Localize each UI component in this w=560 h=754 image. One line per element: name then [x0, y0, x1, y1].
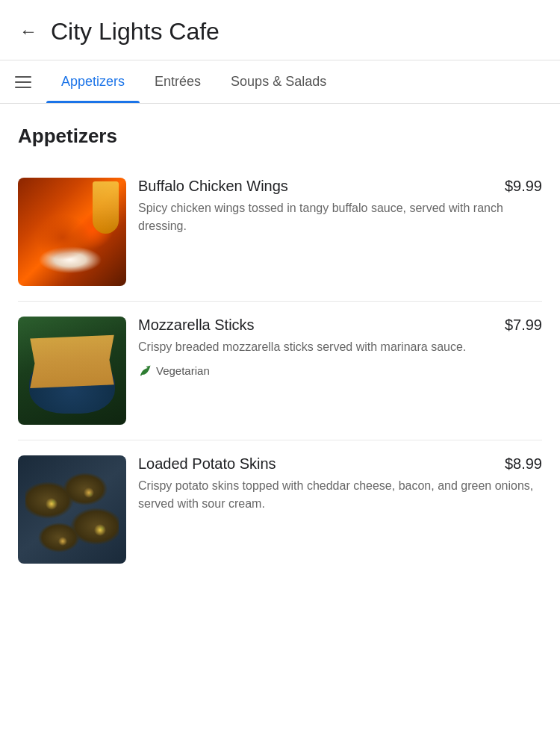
item-name-mozzarella: Mozzarella Sticks [138, 317, 255, 334]
tab-entrees[interactable]: Entrées [140, 60, 216, 103]
item-price-mozzarella: $7.99 [505, 317, 542, 334]
item-description-mozzarella: Crispy breaded mozzarella sticks served … [138, 338, 542, 356]
menu-line-3 [15, 87, 31, 88]
tab-bar: Appetizers Entrées Soups & Salads [0, 60, 560, 104]
page-title: City Lights Cafe [51, 18, 220, 46]
menu-item-buffalo-chicken-wings[interactable]: Buffalo Chicken Wings $9.99 Spicy chicke… [18, 163, 542, 302]
vegetarian-badge: Vegetarian [138, 364, 542, 377]
item-image-buffalo-chicken-wings [18, 178, 126, 286]
item-header-buffalo: Buffalo Chicken Wings $9.99 [138, 178, 542, 195]
tab-appetizers[interactable]: Appetizers [46, 60, 140, 103]
item-price-buffalo: $9.99 [505, 178, 542, 195]
item-price-potato: $8.99 [505, 455, 542, 473]
item-content-potato: Loaded Potato Skins $8.99 Crispy potato … [138, 455, 542, 564]
menu-item-loaded-potato-skins[interactable]: Loaded Potato Skins $8.99 Crispy potato … [18, 440, 542, 579]
item-name-buffalo: Buffalo Chicken Wings [138, 178, 288, 195]
item-image-loaded-potato-skins [18, 455, 126, 564]
item-description-buffalo: Spicy chicken wings tossed in tangy buff… [138, 199, 542, 235]
tab-soups-salads[interactable]: Soups & Salads [216, 60, 341, 103]
back-arrow-icon: ← [19, 21, 37, 42]
vegetarian-icon [138, 364, 152, 377]
vegetarian-label: Vegetarian [156, 364, 210, 377]
item-description-potato: Crispy potato skins topped with cheddar … [138, 477, 542, 513]
item-name-potato: Loaded Potato Skins [138, 455, 276, 473]
menu-line-2 [15, 81, 31, 83]
menu-line-1 [15, 76, 31, 78]
menu-list-icon-button[interactable] [12, 63, 40, 102]
menu-list: Buffalo Chicken Wings $9.99 Spicy chicke… [0, 163, 560, 579]
item-header-potato: Loaded Potato Skins $8.99 [138, 455, 542, 473]
back-button[interactable]: ← [12, 15, 45, 48]
header: ← City Lights Cafe [0, 0, 560, 60]
item-content-buffalo-chicken-wings: Buffalo Chicken Wings $9.99 Spicy chicke… [138, 178, 542, 286]
item-header-mozzarella: Mozzarella Sticks $7.99 [138, 317, 542, 334]
item-content-mozzarella: Mozzarella Sticks $7.99 Crispy breaded m… [138, 317, 542, 425]
menu-item-mozzarella-sticks[interactable]: Mozzarella Sticks $7.99 Crispy breaded m… [18, 302, 542, 440]
item-image-mozzarella-sticks [18, 317, 126, 425]
section-title: Appetizers [0, 104, 560, 163]
